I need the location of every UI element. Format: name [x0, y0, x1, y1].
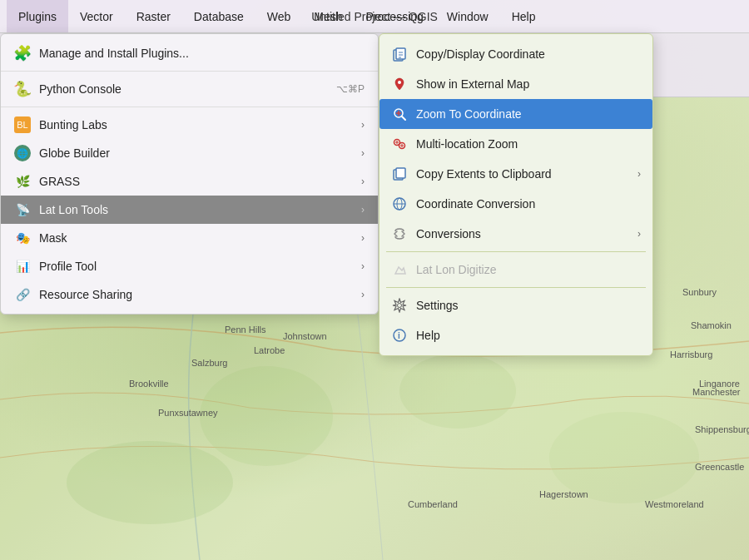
submenu-copy-extents[interactable]: Copy Extents to Clipboard ›	[379, 159, 652, 189]
menu-divider-1	[1, 71, 378, 72]
resource-sharing-icon: 🔗	[14, 286, 31, 303]
resource-sharing-arrow: ›	[361, 289, 365, 300]
globe-builder-icon: 🌐	[14, 145, 31, 161]
manage-plugins-icon: 🧩	[14, 45, 31, 62]
menu-raster[interactable]: Raster	[125, 0, 182, 32]
python-icon: 🐍	[14, 81, 31, 97]
bunting-labs-arrow: ›	[361, 119, 365, 131]
menu-item-resource-sharing[interactable]: 🔗 Resource Sharing ›	[1, 280, 378, 309]
mask-arrow: ›	[361, 232, 365, 244]
menu-processing[interactable]: Processing	[355, 0, 435, 32]
copy-coord-icon	[391, 46, 408, 62]
settings-icon	[391, 297, 408, 314]
menu-help[interactable]: Help	[500, 0, 548, 32]
conversions-icon	[391, 225, 408, 242]
lat-lon-tools-arrow: ›	[361, 204, 365, 216]
svg-point-1	[67, 441, 233, 524]
svg-point-20	[398, 81, 401, 84]
menu-window[interactable]: Window	[435, 0, 500, 32]
svg-point-2	[399, 354, 516, 429]
submenu-divider-2	[386, 287, 646, 288]
bunting-labs-icon: BL	[14, 116, 31, 133]
conversions-arrow: ›	[637, 228, 641, 240]
help-icon: i	[391, 327, 408, 344]
menubar: Plugins Vector Raster Database Web Mesh …	[0, 0, 749, 33]
grass-arrow: ›	[361, 176, 365, 187]
menu-vector[interactable]: Vector	[68, 0, 125, 32]
menu-plugins[interactable]: Plugins	[7, 0, 68, 32]
multi-zoom-icon	[391, 136, 408, 152]
menu-web[interactable]: Web	[255, 0, 303, 32]
menu-item-bunting-labs[interactable]: BL Bunting Labs ›	[1, 111, 378, 139]
submenu-conversions[interactable]: Conversions ›	[379, 219, 652, 249]
profile-tool-arrow: ›	[361, 260, 365, 272]
svg-point-3	[549, 412, 699, 503]
zoom-coord-icon	[391, 106, 408, 122]
submenu-show-external-map[interactable]: Show in External Map	[379, 69, 652, 99]
grass-icon: 🌿	[14, 173, 31, 190]
python-shortcut: ⌥⌘P	[336, 83, 365, 95]
copy-extents-arrow: ›	[637, 168, 641, 180]
menu-item-lat-lon-tools[interactable]: 📡 Lat Lon Tools ›	[1, 196, 378, 224]
svg-point-28	[398, 304, 402, 308]
digitize-icon	[391, 261, 408, 278]
svg-text:i: i	[398, 331, 400, 340]
plugins-dropdown: 🧩 Manage and Install Plugins... 🐍 Python…	[0, 33, 379, 315]
menu-divider-2	[1, 107, 378, 107]
submenu-lat-lon-digitize: Lat Lon Digitize	[379, 255, 652, 285]
copy-extents-icon	[391, 166, 408, 182]
menu-item-manage-plugins[interactable]: 🧩 Manage and Install Plugins...	[1, 39, 378, 67]
menu-item-python-console[interactable]: 🐍 Python Console ⌥⌘P	[1, 75, 378, 103]
submenu-copy-display-coord[interactable]: Copy/Display Coordinate	[379, 39, 652, 69]
menu-item-profile-tool[interactable]: 📊 Profile Tool ›	[1, 252, 378, 280]
mask-icon: 🎭	[14, 230, 31, 246]
submenu-coord-conversion[interactable]: Coordinate Conversion	[379, 189, 652, 219]
menu-item-globe-builder[interactable]: 🌐 Globe Builder ›	[1, 139, 378, 167]
profile-tool-icon: 📊	[14, 258, 31, 275]
submenu-help[interactable]: i Help	[379, 320, 652, 350]
svg-point-0	[200, 366, 333, 466]
external-map-icon	[391, 76, 408, 92]
menu-database[interactable]: Database	[182, 0, 255, 32]
coord-conversion-icon	[391, 196, 408, 212]
menu-mesh[interactable]: Mesh	[302, 0, 354, 32]
lat-lon-tools-icon: 📡	[14, 201, 31, 218]
globe-builder-arrow: ›	[361, 147, 365, 159]
latlon-submenu: Copy/Display Coordinate Show in External…	[379, 33, 653, 356]
submenu-zoom-to-coordinate[interactable]: Zoom To Coordinate	[379, 99, 652, 129]
svg-rect-25	[396, 168, 405, 178]
submenu-settings[interactable]: Settings	[379, 290, 652, 320]
menu-item-mask[interactable]: 🎭 Mask ›	[1, 224, 378, 252]
submenu-multi-location-zoom[interactable]: Multi-location Zoom	[379, 129, 652, 159]
menu-item-grass[interactable]: 🌿 GRASS ›	[1, 167, 378, 196]
submenu-divider-1	[386, 251, 646, 252]
